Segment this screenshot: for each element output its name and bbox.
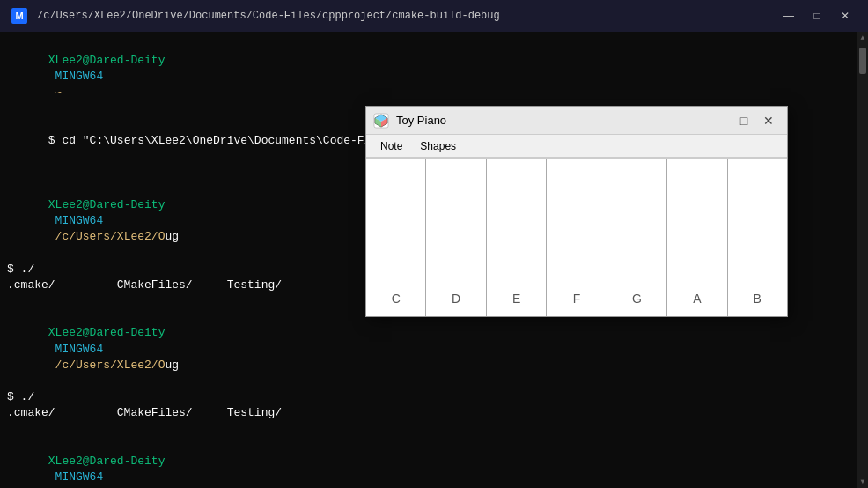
- terminal-line: $ ./: [7, 389, 861, 405]
- piano-key-a[interactable]: A: [667, 159, 727, 316]
- piano-titlebar: Toy Piano — □ ✕: [366, 107, 787, 135]
- piano-window-controls: — □ ✕: [708, 111, 780, 130]
- term-user: XLee2@Dared-Deity: [48, 54, 166, 67]
- piano-minimize-button[interactable]: —: [708, 111, 731, 130]
- piano-key-b[interactable]: B: [728, 159, 787, 316]
- svg-text:M: M: [15, 11, 23, 21]
- terminal-controls: — □ ✕: [776, 6, 857, 26]
- piano-app-icon: [373, 113, 389, 129]
- piano-menubar: Note Shapes: [366, 135, 787, 158]
- piano-title: Toy Piano: [396, 114, 708, 127]
- term-path: ~: [48, 86, 63, 100]
- term-user: XLee2@Dared-Deity: [48, 198, 166, 211]
- piano-keys-area: C D E F G A B: [366, 158, 787, 316]
- term-shell: MINGW64: [48, 214, 103, 227]
- piano-key-g[interactable]: G: [607, 159, 667, 316]
- term-shell: MINGW64: [48, 343, 103, 356]
- term-shell: MINGW64: [48, 470, 103, 484]
- piano-menu-note[interactable]: Note: [371, 138, 411, 154]
- piano-key-f[interactable]: F: [547, 159, 607, 316]
- term-user: XLee2@Dared-Deity: [48, 326, 166, 339]
- term-path: /c/Users/XLee2/O: [48, 230, 166, 243]
- piano-key-e[interactable]: E: [487, 159, 547, 316]
- piano-key-d[interactable]: D: [426, 159, 486, 316]
- terminal-line: XLee2@Dared-Deity MINGW64 /c/Users/XLee2…: [7, 438, 861, 488]
- scrollbar-up-arrow[interactable]: ▲: [857, 32, 868, 44]
- piano-close-button[interactable]: ✕: [757, 111, 780, 130]
- terminal-close-button[interactable]: ✕: [833, 6, 857, 26]
- piano-key-c[interactable]: C: [366, 159, 426, 316]
- terminal-icon: M: [11, 7, 28, 25]
- piano-dialog: Toy Piano — □ ✕ Note Shapes C D E F G A: [365, 106, 788, 317]
- terminal-titlebar: M /c/Users/XLee2/OneDrive/Documents/Code…: [0, 0, 868, 32]
- terminal-line: XLee2@Dared-Deity MINGW64 /c/Users/XLee2…: [7, 309, 861, 389]
- term-user: XLee2@Dared-Deity: [48, 455, 166, 468]
- terminal-line: .cmake/ CMakeFiles/ Testing/: [7, 405, 861, 421]
- terminal-blank: [7, 422, 861, 438]
- terminal-minimize-button[interactable]: —: [776, 6, 801, 26]
- term-path: /c/Users/XLee2/O: [48, 359, 166, 372]
- piano-menu-shapes[interactable]: Shapes: [411, 138, 465, 154]
- piano-maximize-button[interactable]: □: [732, 111, 755, 130]
- terminal-scrollbar[interactable]: ▲ ▼: [857, 32, 868, 488]
- terminal-maximize-button[interactable]: □: [805, 6, 829, 26]
- scrollbar-thumb[interactable]: [859, 48, 866, 74]
- terminal-title: /c/Users/XLee2/OneDrive/Documents/Code-F…: [37, 10, 768, 22]
- scrollbar-down-arrow[interactable]: ▼: [857, 476, 868, 488]
- term-shell: MINGW64: [48, 70, 103, 83]
